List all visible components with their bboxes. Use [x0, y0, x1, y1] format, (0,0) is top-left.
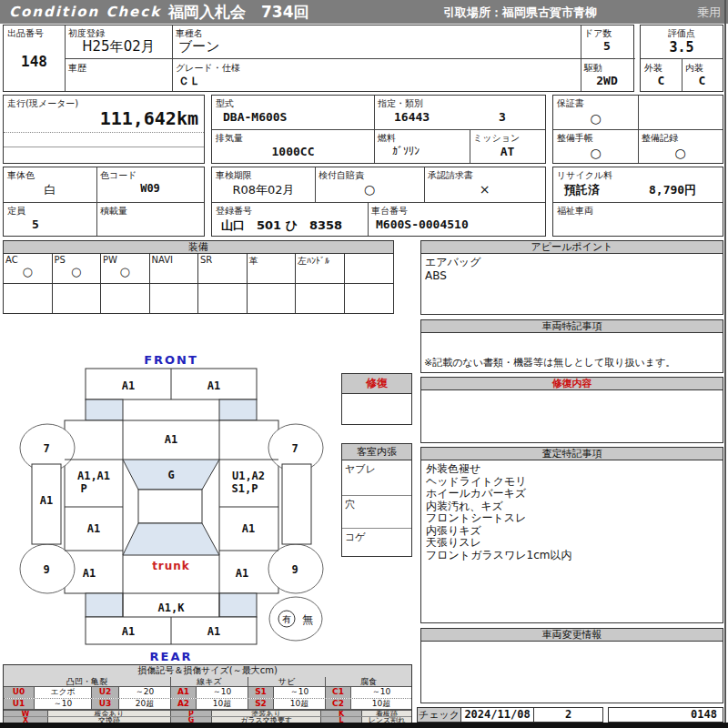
- model-code-label: 型式: [216, 97, 234, 110]
- class-no-value2: 3: [499, 110, 506, 124]
- page-right-edge: [724, 0, 726, 723]
- mark-door-rear-right: A1: [242, 522, 255, 535]
- condition-check-sheet: { "header": { "brand": "Condition Check"…: [0, 0, 728, 728]
- legend-desc: ～10: [197, 687, 248, 698]
- lot-value: 148: [4, 53, 65, 70]
- recycle-label: リサイクル料: [557, 169, 612, 182]
- legend-code: U3: [92, 699, 119, 709]
- exterior-label: 外装: [644, 62, 662, 75]
- doors-label: ドア数: [584, 27, 612, 40]
- assessment-line: フロントガラスワレ1cm以内: [426, 550, 571, 562]
- load-label: 積載量: [100, 205, 127, 217]
- brand-logo: Condition Check: [9, 4, 161, 20]
- change-info-title: 車両変更情報: [421, 629, 723, 642]
- warranty-label: 保証書: [557, 97, 584, 110]
- repair-detail-title: 修復内容: [421, 378, 723, 390]
- trunk-label: trunk: [152, 560, 190, 572]
- doors-value: 5: [581, 39, 633, 53]
- front-corner-right: [219, 399, 257, 420]
- legend-title: 損傷記号＆損傷サイズ(～最大cm): [4, 665, 411, 678]
- drive-value: 2WD: [581, 74, 633, 87]
- legend-code: U2: [92, 687, 119, 698]
- recycle-box: リサイクル料 預託済 8,790円 福祉車両: [552, 167, 723, 237]
- equipment-cell-empty: [198, 284, 248, 313]
- vehicle-notes-note: ※記載のない書類・機器等は無しとして取り扱います。: [424, 356, 675, 369]
- header-bar: Condition Check 福岡入札会 734回 引取場所：福岡県古賀市青柳…: [0, 0, 728, 24]
- mission-label: ミッション: [473, 132, 520, 145]
- legend-code: C2: [326, 699, 351, 709]
- legend-desc: 10超: [274, 699, 326, 709]
- equipment-cell-empty: [101, 284, 150, 313]
- equipment-cell-empty: [53, 284, 102, 313]
- equipment-value: ○: [4, 265, 52, 278]
- legend-code: U0: [4, 687, 35, 698]
- rear-corner-right: [219, 593, 257, 617]
- check-count: 2: [534, 708, 602, 722]
- class-no-label: 指定・類別: [378, 97, 423, 110]
- mileage-value: 111,642km: [4, 107, 198, 129]
- maint-book-label: 整備手帳: [557, 132, 593, 145]
- damage-legend-table: 損傷記号＆損傷サイズ(～最大cm) 凸凹・亀裂 線キズ サビ 腐食 U0 エクボ…: [3, 664, 412, 723]
- chassis-label: 車台番号: [371, 205, 408, 217]
- legend-row-1: U0 エクボ U2 ～20 A1 ～10 S1 ～10 C1 ～10: [4, 687, 411, 698]
- welfare-label: 福祉車両: [557, 205, 593, 217]
- fuel-value: ｶﾞｿﾘﾝ: [392, 145, 420, 157]
- cabin-row-tear: ヤブレ: [345, 462, 376, 476]
- assessment-box: 査定特記事項 外装色褪せ ヘッドライトクモリ ホイールカバーキズ 内装汚れ、キズ…: [420, 447, 723, 623]
- mark-rocker-left: A1: [40, 494, 53, 507]
- mark-door-front-left-2: P: [80, 482, 86, 495]
- model-name-value: ブーン: [178, 38, 220, 56]
- legend-group: 線キズ: [171, 677, 248, 686]
- legend-desc: 10超: [351, 699, 411, 709]
- displacement-label: 排気量: [216, 132, 243, 145]
- recycle-fee: 8,790円: [649, 182, 696, 198]
- warranty-value: ○: [553, 111, 638, 126]
- legend-desc: ～10: [351, 687, 411, 698]
- model-code-box: 型式 DBA-M600S 指定・類別 16443 3 排気量 1000CC 燃料…: [211, 95, 546, 164]
- assessment-title: 査定特記事項: [421, 448, 723, 460]
- assessment-line: ホイールカバーキズ: [426, 488, 571, 500]
- car-damage-diagram: FRONT A1 A1 7 7 9 9 A1 A1 G A1,A1 P U1,A…: [0, 353, 337, 667]
- cabin-interior-title: 客室内張: [342, 444, 411, 460]
- appeal-line-1: エアバッグ: [425, 256, 480, 269]
- assessment-line: ヘッドライトクモリ: [426, 476, 571, 489]
- check-date: 2024/11/08: [461, 708, 534, 722]
- legend-code: A1: [171, 687, 197, 698]
- legend-group: 凸凹・亀裂: [4, 677, 171, 686]
- vehicle-category: 乗用: [697, 5, 721, 21]
- change-info-box: 車両変更情報: [420, 628, 723, 703]
- capacity-value: 5: [4, 217, 67, 231]
- mark-rear-bumper-left: A1: [122, 625, 135, 638]
- cabin-row-burn: コゲ: [345, 531, 366, 544]
- repair-detail-box: 修復内容: [420, 377, 723, 443]
- color-capacity-box: 車体色 白 色コード W09 定員 5 積載量: [3, 167, 205, 237]
- inspection-label: 車検期限: [216, 169, 252, 182]
- grade-value: ＣＬ: [178, 74, 200, 89]
- sheet-number-box: 0148: [608, 707, 723, 723]
- equipment-row-2: [4, 284, 393, 313]
- equipment-cell-empty: [345, 284, 394, 313]
- grade-label: グレード・仕様: [176, 62, 240, 75]
- cabin-row-hole: 穴: [345, 498, 355, 511]
- drive-label: 駆動: [584, 62, 602, 75]
- legend-desc: 20超: [119, 699, 171, 709]
- front-corner-left: [86, 399, 123, 420]
- legend-group-row: 凸凹・亀裂 線キズ サビ 腐食: [4, 677, 411, 687]
- legend-code: A2: [171, 699, 197, 709]
- mark-wheel-rear-right: 9: [291, 563, 298, 576]
- approval-label: 承認請求書: [428, 169, 473, 182]
- plate-label: 登録番号: [216, 205, 252, 217]
- mark-door-front-right-2: S1,P: [232, 482, 258, 495]
- legend-code: S1: [248, 687, 274, 698]
- fuel-label: 燃料: [378, 132, 396, 145]
- assessment-line: 内張りキズ: [426, 525, 571, 538]
- vehicle-notes-title: 車両特記事項: [421, 320, 723, 333]
- rear-glass: [123, 523, 219, 555]
- first-reg-value: H25年02月: [65, 38, 172, 56]
- check-strip: チェック 2024/11/08 2: [417, 707, 603, 723]
- displacement-value: 1000CC: [212, 145, 374, 158]
- front-label: FRONT: [144, 353, 198, 367]
- pickup-location: 引取場所：福岡県古賀市青柳: [443, 5, 597, 21]
- chassis-value: M600S-0004510: [376, 217, 469, 231]
- appeal-title: アピールポイント: [421, 241, 723, 254]
